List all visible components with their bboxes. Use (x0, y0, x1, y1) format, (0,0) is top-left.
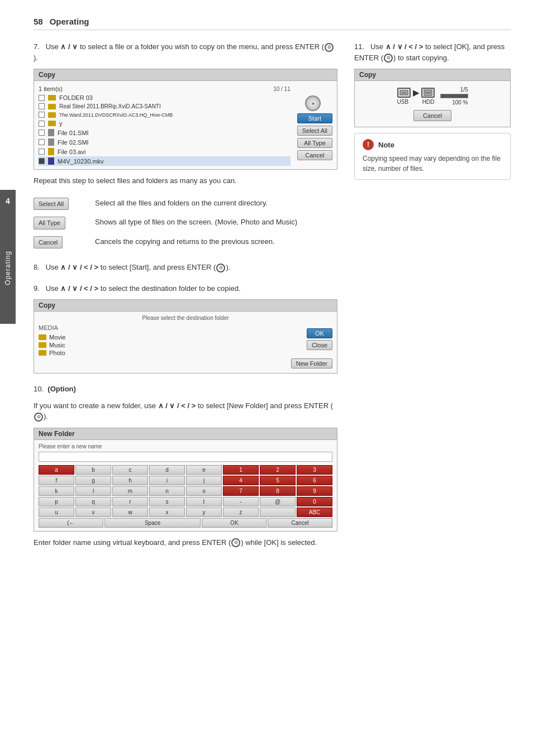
key-b[interactable]: b (75, 465, 111, 475)
destination-window: Copy Please select the destination folde… (34, 299, 337, 374)
key-2[interactable]: 2 (260, 465, 296, 475)
key-n[interactable]: n (149, 486, 185, 496)
info-desc-select-all: Select all the files and folders on the … (89, 194, 337, 214)
key-p[interactable]: p (39, 497, 74, 506)
left-column: 7. Use ∧ / ∨ to select a file or a folde… (34, 41, 337, 558)
key-backspace[interactable]: (← (39, 518, 103, 528)
key-1[interactable]: 1 (223, 465, 259, 475)
main-content: 7. Use ∧ / ∨ to select a file or a folde… (34, 41, 511, 558)
copy-row-folder03: FOLDER 03 (39, 93, 291, 102)
step-8-keys: ∧ / ∨ / < / > (60, 263, 98, 271)
key-y-letter[interactable]: y (186, 508, 222, 517)
step-10-body: If you want to create a new folder, use … (34, 400, 337, 422)
key-ok[interactable]: OK (202, 518, 266, 528)
checkbox-file02[interactable] (39, 139, 45, 145)
progress-cancel-button[interactable]: Cancel (413, 110, 451, 121)
checkbox-ward[interactable] (39, 112, 45, 118)
start-button[interactable]: Start (297, 113, 332, 123)
key-q[interactable]: q (75, 497, 111, 506)
key-w[interactable]: w (112, 508, 148, 517)
step-10-text2: to select [New Folder] and press ENTER ( (198, 401, 333, 410)
key-s[interactable]: s (149, 497, 185, 506)
key-abc[interactable]: ABC (297, 508, 332, 517)
key-h[interactable]: h (112, 476, 148, 485)
key-cancel[interactable]: Cancel (268, 518, 332, 528)
key-5[interactable]: 5 (260, 476, 296, 485)
copy-row-file03: File 03.avi (39, 147, 291, 156)
key-i[interactable]: i (149, 476, 185, 485)
checkbox-y[interactable] (39, 121, 45, 127)
cancel-button-window[interactable]: Cancel (297, 150, 332, 160)
info-row-all-type: All Type Shows all type of files on the … (34, 213, 337, 233)
key-k[interactable]: k (39, 486, 74, 496)
copy-count-label: 1 item(s) (39, 85, 63, 92)
key-dash[interactable]: - (223, 497, 259, 506)
key-e[interactable]: e (186, 465, 222, 475)
folder-icon (48, 95, 56, 101)
checkbox-m4v[interactable] (39, 158, 45, 164)
checkbox-file03[interactable] (39, 149, 45, 155)
key-row-2: f g h i j 4 5 6 (39, 476, 332, 485)
key-8[interactable]: 8 (260, 486, 296, 496)
select-all-button-window[interactable]: Select All (297, 126, 332, 136)
page-title: Operating (50, 17, 89, 26)
new-folder-input[interactable] (39, 452, 332, 462)
key-9[interactable]: 9 (297, 486, 332, 496)
enter-icon-10b: ⊙ (231, 538, 240, 547)
step-9-text: 9. Use ∧ / ∨ / < / > to select the desti… (34, 283, 337, 294)
key-f[interactable]: f (39, 476, 74, 485)
checkbox-file01[interactable] (39, 130, 45, 136)
key-a[interactable]: a (39, 465, 74, 475)
note-header: ! Note (363, 139, 502, 150)
key-t[interactable]: t (186, 497, 222, 506)
key-g[interactable]: g (75, 476, 111, 485)
file-icon (48, 138, 54, 146)
select-all-demo-button: Select All (34, 198, 69, 210)
key-space[interactable]: Space (104, 518, 201, 528)
key-r[interactable]: r (112, 497, 148, 506)
key-u[interactable]: u (39, 508, 74, 517)
dest-action-buttons: OK Close (307, 328, 332, 350)
key-empty (260, 508, 296, 517)
checkbox-folder03[interactable] (39, 95, 45, 101)
key-0[interactable]: 0 (297, 497, 332, 506)
progress-bar-container (440, 94, 468, 98)
step-7: 7. Use ∧ / ∨ to select a file or a folde… (34, 41, 337, 252)
new-folder-window: New Folder Please enter a new name a b c… (34, 428, 337, 532)
progress-title: Copy (355, 69, 510, 81)
key-v[interactable]: v (75, 508, 111, 517)
key-3[interactable]: 3 (297, 465, 332, 475)
key-at[interactable]: @ (260, 497, 296, 506)
step-9: 9. Use ∧ / ∨ / < / > to select the desti… (34, 283, 337, 374)
note-text: Copying speed may vary depending on the … (363, 154, 502, 174)
dest-label-movie: Movie (49, 334, 65, 341)
copy-buttons: Start Select All All Type Cancel (297, 113, 332, 160)
dest-instruction: Please select the destination folder (39, 315, 332, 321)
key-m[interactable]: m (112, 486, 148, 496)
key-c[interactable]: c (112, 465, 148, 475)
checkbox-realsteel[interactable] (39, 103, 45, 109)
all-type-button-window[interactable]: All Type (297, 138, 332, 148)
info-row-select-all: Select All Select all the files and fold… (34, 194, 337, 214)
key-6[interactable]: 6 (297, 476, 332, 485)
close-button-dest[interactable]: Close (307, 340, 332, 350)
key-x[interactable]: x (149, 508, 185, 517)
info-btn-cell-all-type: All Type (34, 213, 89, 233)
ok-button-dest[interactable]: OK (307, 328, 332, 338)
key-o[interactable]: o (186, 486, 222, 496)
step-11-keys: ∧ / ∨ / < / > (386, 42, 423, 51)
folder-icon-photo (39, 350, 46, 356)
key-d[interactable]: d (149, 465, 185, 475)
page: 4 Operating 58 Operating 7. Use ∧ / ∨ to… (0, 0, 533, 575)
copy-count-right: 10 / 11 (273, 86, 291, 92)
new-folder-btn-label[interactable]: New Folder (291, 358, 332, 369)
key-7[interactable]: 7 (223, 486, 259, 496)
file-label-m4v: M4V_10230.mkv (58, 158, 291, 165)
key-j[interactable]: j (186, 476, 222, 485)
key-4[interactable]: 4 (223, 476, 259, 485)
key-l[interactable]: l (75, 486, 111, 496)
enter-icon-10: ⊙ (34, 413, 43, 422)
step-10-keys: ∧ / ∨ / (158, 401, 179, 410)
progress-devices: ▶ USB HDD (397, 87, 468, 106)
key-z[interactable]: z (223, 508, 259, 517)
